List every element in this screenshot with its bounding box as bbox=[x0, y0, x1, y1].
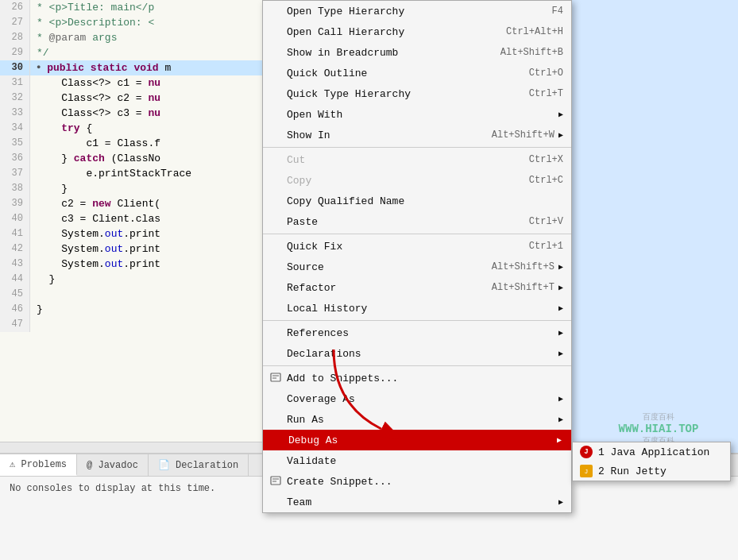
code-line-28: 28 * @param args bbox=[0, 30, 262, 45]
menu-item-open-call-hierarchy[interactable]: Open Call Hierarchy Ctrl+Alt+H bbox=[263, 21, 571, 42]
svg-rect-3 bbox=[271, 477, 280, 485]
code-line-38: 38 } bbox=[0, 181, 262, 196]
menu-item-source[interactable]: Source Alt+Shift+S ▶ bbox=[263, 257, 571, 277]
java-debug-icon: J bbox=[579, 445, 593, 459]
jetty-icon: J bbox=[579, 464, 593, 478]
tab-declaration[interactable]: 📄 Declaration bbox=[149, 454, 249, 476]
menu-item-refactor[interactable]: Refactor Alt+Shift+T ▶ bbox=[263, 277, 571, 298]
code-line-26: 26 * <p>Title: main</p bbox=[0, 0, 262, 15]
code-line-39: 39 c2 = new Client( bbox=[0, 196, 262, 211]
menu-item-paste[interactable]: Paste Ctrl+V bbox=[263, 211, 571, 232]
code-line-34: 34 try { bbox=[0, 121, 262, 136]
menu-item-open-with[interactable]: Open With ▶ bbox=[263, 104, 571, 125]
code-line-40: 40 c3 = Client.clas bbox=[0, 211, 262, 226]
menu-item-cut[interactable]: Cut Ctrl+X bbox=[263, 149, 571, 170]
code-line-44: 44 } bbox=[0, 272, 262, 287]
code-line-47: 47 bbox=[0, 317, 262, 332]
code-line-46: 46 } bbox=[0, 302, 262, 317]
menu-item-quick-fix[interactable]: Quick Fix Ctrl+1 bbox=[263, 236, 571, 257]
menu-item-validate[interactable]: Validate bbox=[263, 450, 571, 471]
separator-4 bbox=[263, 365, 571, 366]
submenu-item-run-jetty[interactable]: J 2 Run Jetty bbox=[573, 462, 730, 481]
code-line-42: 42 System.out.print bbox=[0, 241, 262, 257]
code-line-36: 36 } catch (ClassNo bbox=[0, 151, 262, 166]
menu-item-debug-as[interactable]: Debug As ▶ bbox=[263, 430, 571, 450]
menu-item-open-type-hierarchy[interactable]: Open Type Hierarchy F4 bbox=[263, 1, 571, 21]
menu-item-coverage-as[interactable]: Coverage As ▶ bbox=[263, 388, 571, 409]
menu-item-show-breadcrumb[interactable]: Show in Breadcrumb Alt+Shift+B bbox=[263, 42, 571, 63]
menu-item-declarations[interactable]: Declarations ▶ bbox=[263, 343, 571, 364]
menu-item-show-in[interactable]: Show In Alt+Shift+W ▶ bbox=[263, 125, 571, 145]
menu-item-quick-outline[interactable]: Quick Outline Ctrl+O bbox=[263, 63, 571, 83]
menu-item-team[interactable]: Team ▶ bbox=[263, 492, 571, 512]
menu-item-run-as[interactable]: Run As ▶ bbox=[263, 409, 571, 430]
code-editor: 26 * <p>Title: main</p 27 * <p>Descripti… bbox=[0, 0, 262, 453]
svg-rect-0 bbox=[271, 373, 280, 381]
menu-item-references[interactable]: References ▶ bbox=[263, 322, 571, 343]
code-line-29: 29 */ bbox=[0, 45, 262, 60]
tab-javadoc[interactable]: @ Javadoc bbox=[77, 454, 149, 476]
separator-3 bbox=[263, 320, 571, 321]
code-line-37: 37 e.printStackTrace bbox=[0, 166, 262, 181]
menu-item-local-history[interactable]: Local History ▶ bbox=[263, 298, 571, 319]
code-line-31: 31 Class<?> c1 = nu bbox=[0, 75, 262, 91]
snippet-icon bbox=[269, 372, 282, 384]
code-line-27: 27 * <p>Description: < bbox=[0, 15, 262, 30]
code-line-41: 41 System.out.print bbox=[0, 226, 262, 241]
code-line-45: 45 bbox=[0, 287, 262, 302]
code-line-43: 43 System.out.print bbox=[0, 257, 262, 272]
horizontal-scrollbar[interactable] bbox=[0, 442, 262, 453]
code-line-30: 30 ● public static void m bbox=[0, 60, 262, 75]
menu-item-create-snippet[interactable]: Create Snippet... bbox=[263, 471, 571, 492]
menu-item-add-snippets[interactable]: Add to Snippets... bbox=[263, 368, 571, 388]
code-line-32: 32 Class<?> c2 = nu bbox=[0, 91, 262, 106]
code-line-35: 35 c1 = Class.f bbox=[0, 136, 262, 151]
debug-as-submenu: J 1 Java Application J 2 Run Jetty bbox=[572, 442, 731, 481]
separator-1 bbox=[263, 147, 571, 148]
menu-item-copy[interactable]: Copy Ctrl+C bbox=[263, 170, 571, 191]
context-menu: Open Type Hierarchy F4 Open Call Hierarc… bbox=[262, 0, 572, 513]
tab-problems[interactable]: ⚠ Problems bbox=[0, 454, 77, 476]
menu-item-quick-type-hierarchy[interactable]: Quick Type Hierarchy Ctrl+T bbox=[263, 83, 571, 104]
menu-item-copy-qualified[interactable]: Copy Qualified Name bbox=[263, 191, 571, 211]
code-line-33: 33 Class<?> c3 = nu bbox=[0, 106, 262, 121]
separator-2 bbox=[263, 234, 571, 234]
submenu-item-java-application[interactable]: J 1 Java Application bbox=[573, 442, 730, 462]
create-snippet-icon bbox=[269, 475, 282, 488]
